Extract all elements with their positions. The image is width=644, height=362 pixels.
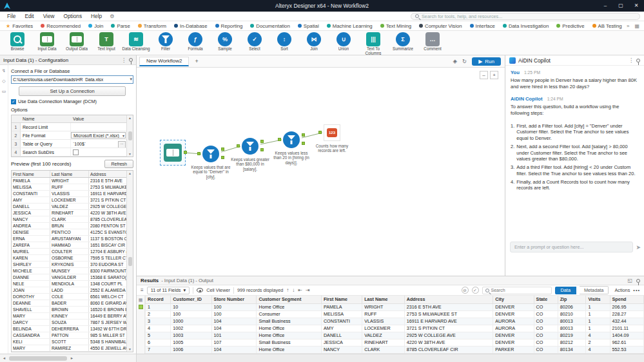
true-anchor[interactable] bbox=[221, 148, 224, 151]
preview-row[interactable]: ZAREFA HAMMAD 1651 BISCAY CIR bbox=[12, 242, 126, 249]
filter-tool-1[interactable]: Keeps values that are equal to "Denver" … bbox=[202, 146, 219, 162]
pin-icon[interactable] bbox=[636, 59, 640, 62]
table-row[interactable]: 110 100Home Office PAMELAWRIGHT 2316 E 5… bbox=[146, 303, 644, 310]
menu-item[interactable]: View bbox=[39, 13, 59, 19]
options-row[interactable]: 2 File Format Microsoft Excel (*.xlsx) bbox=[12, 131, 126, 140]
palette-tool[interactable]: ✓ Select bbox=[240, 32, 269, 52]
menu-item[interactable]: Edit bbox=[20, 13, 38, 19]
preview-row[interactable]: ERNA ARUSTAMYAN 1137 S BOSTON C bbox=[12, 236, 126, 242]
column-header[interactable]: State bbox=[534, 296, 558, 303]
copilot-prompt-input[interactable] bbox=[514, 244, 629, 250]
table-icon[interactable]: ▦ bbox=[139, 298, 143, 303]
palette-tool[interactable]: T Text Input bbox=[92, 32, 121, 52]
maximize-button[interactable]: ▢ bbox=[613, 0, 629, 12]
column-header[interactable]: City bbox=[493, 296, 534, 303]
pin-icon[interactable] bbox=[129, 58, 133, 62]
output-anchor-icon[interactable] bbox=[139, 305, 143, 309]
tool-category-tab[interactable]: Spatial bbox=[294, 21, 323, 31]
results-search[interactable] bbox=[482, 287, 552, 294]
count-records-tool[interactable]: 123 Counts how many records are left. bbox=[324, 124, 340, 141]
scroll-left-icon[interactable]: ◄ bbox=[1, 356, 8, 360]
tab-data[interactable]: Data bbox=[555, 287, 576, 294]
zoom-out-button[interactable]: – bbox=[480, 71, 488, 79]
tool-category-tab[interactable]: Transform bbox=[134, 21, 170, 31]
preview-row[interactable]: KAREN OSBORNE 7595 S TELLER CT bbox=[12, 255, 126, 262]
options-scrollbar[interactable]: ▲ ▼ bbox=[126, 115, 133, 157]
preview-row[interactable]: DENISE PENTICO 4125C S EVANSTO bbox=[12, 229, 126, 236]
column-header[interactable]: Record bbox=[146, 296, 171, 303]
tool-category-tab[interactable]: Recommended bbox=[37, 21, 84, 31]
tool-category-tab[interactable]: AB Testing bbox=[589, 21, 624, 31]
table-row[interactable]: 61005 107Small Business JESSICARINEHART … bbox=[146, 339, 644, 346]
preview-row[interactable]: DEANNE BADER 8060 E GIRARD AV bbox=[12, 300, 126, 307]
workflow-tab[interactable]: New Workflow2 bbox=[139, 57, 189, 66]
output-anchor[interactable] bbox=[184, 151, 187, 154]
palette-tool[interactable]: Input Data bbox=[32, 32, 62, 52]
filter-tool-2[interactable]: Keeps values greater than $80,000 in [sa… bbox=[242, 138, 259, 155]
send-icon[interactable]: ➤ bbox=[636, 244, 641, 251]
tool-category-tab[interactable]: Join bbox=[84, 21, 107, 31]
tool-category-tab[interactable]: Reporting bbox=[211, 21, 247, 31]
palette-tool[interactable]: Output Data bbox=[62, 32, 92, 52]
kebab-menu-icon[interactable]: ⋮ bbox=[629, 57, 634, 63]
preview-row[interactable]: DIANNE VANGILDER 15368 E SARATO( bbox=[12, 274, 126, 281]
arrow-down-icon[interactable]: ↓ bbox=[292, 287, 295, 293]
scrollbar-thumb[interactable] bbox=[128, 131, 132, 140]
preview-row[interactable]: SHAVELL BROWN 16520 E BROWN E bbox=[12, 307, 126, 313]
palette-tool[interactable]: Σ Summarize bbox=[388, 32, 418, 52]
tool-category-tab[interactable]: Data Investigation bbox=[499, 21, 552, 31]
setup-connection-button[interactable]: Set Up a Connection bbox=[19, 86, 126, 96]
scroll-right-icon[interactable]: ► bbox=[68, 356, 75, 360]
new-workflow-tab-button[interactable]: + bbox=[192, 58, 200, 64]
preview-row[interactable]: JESSICA RINEHART 4220 W 38TH AVE bbox=[12, 210, 126, 216]
preview-row[interactable]: MICHELE MUNSEY 8300 FAIRMOUNT bbox=[12, 268, 126, 274]
input-anchor[interactable] bbox=[278, 138, 281, 141]
config-tag-icon[interactable]: ◇ bbox=[2, 79, 5, 84]
column-header[interactable]: Spend bbox=[610, 296, 644, 303]
config-horizontal-scrollbar[interactable]: ◄ ► bbox=[0, 354, 137, 362]
preview-row[interactable]: PAMELA WRIGHT 2316 E 5TH AVE bbox=[12, 178, 126, 184]
file-path-input[interactable] bbox=[11, 75, 133, 84]
column-header[interactable]: Address bbox=[404, 296, 493, 303]
table-row[interactable]: 31000 104Small Business CONSTANTIVLASSIS… bbox=[146, 318, 644, 325]
tool-category-tab[interactable]: Predictive bbox=[552, 21, 588, 31]
preview-row[interactable]: MELISSA RUFF 2753 S MILWAUKEE bbox=[12, 184, 126, 191]
preview-row[interactable]: JOAN LADD 2552 E ALAMEDA bbox=[12, 287, 126, 294]
input-anchor[interactable] bbox=[318, 131, 322, 134]
tool-category-tab[interactable]: Parse bbox=[107, 21, 133, 31]
input-anchor[interactable] bbox=[237, 144, 240, 148]
tool-category-tab[interactable]: Text Mining bbox=[376, 21, 415, 31]
menu-item[interactable]: File bbox=[3, 13, 20, 19]
palette-tool[interactable]: ≋ Data Cleansing bbox=[121, 32, 151, 52]
global-search-input[interactable] bbox=[422, 14, 636, 19]
preview-row[interactable]: NANCY CLARK 8785 CLOVERLEA bbox=[12, 216, 126, 223]
palette-tool[interactable]: ||| Text To Columns bbox=[358, 32, 388, 56]
tool-category-tab[interactable]: Computer Vision bbox=[415, 21, 466, 31]
gear-icon[interactable]: ⚙ bbox=[106, 14, 117, 19]
results-search-input[interactable] bbox=[491, 288, 549, 292]
filter-tool-3[interactable]: Keeps values less than 20 in [hiring (in… bbox=[283, 131, 300, 148]
column-header[interactable]: Customer_ID bbox=[171, 296, 211, 303]
preview-row[interactable]: DARCY SOUZA 7867 S JERSEY W bbox=[12, 319, 126, 326]
column-header[interactable]: Last Name bbox=[362, 296, 405, 303]
options-row[interactable]: 4 Search SubDirs bbox=[12, 148, 126, 157]
run-button[interactable]: ▶ Run bbox=[472, 57, 501, 66]
check-icon[interactable]: ✓ bbox=[472, 287, 479, 294]
zoom-in-button[interactable]: + bbox=[490, 71, 498, 79]
preview-row[interactable]: DANELL VALDEZ 2925 W COLLEGE bbox=[12, 204, 126, 210]
config-doc-icon[interactable]: ▭ bbox=[2, 89, 6, 94]
options-row[interactable]: 1 Record Limit bbox=[12, 123, 126, 131]
true-anchor[interactable] bbox=[260, 140, 264, 143]
actions-menu[interactable]: Actions bbox=[614, 287, 630, 293]
config-flow-icon[interactable]: ↯ bbox=[2, 68, 6, 73]
preview-row[interactable]: BELINDA DEHERRERA 13492 W 67TH DR bbox=[12, 326, 126, 332]
go-to-start-icon[interactable]: ⇤ bbox=[298, 287, 302, 293]
column-header[interactable]: Zip bbox=[558, 296, 586, 303]
preview-row[interactable]: DOROTHY COLE 6561 WELCH CT bbox=[12, 294, 126, 300]
palette-tool[interactable]: … Comment bbox=[418, 32, 447, 52]
scrollbar-thumb[interactable] bbox=[9, 356, 67, 361]
false-anchor[interactable] bbox=[221, 156, 224, 159]
scroll-down-icon[interactable]: ▼ bbox=[128, 347, 132, 351]
tool-category-tab[interactable]: Machine Learning bbox=[323, 21, 376, 31]
preview-row[interactable]: MARY KINNEY 16449 E BERRY AV bbox=[12, 313, 126, 319]
